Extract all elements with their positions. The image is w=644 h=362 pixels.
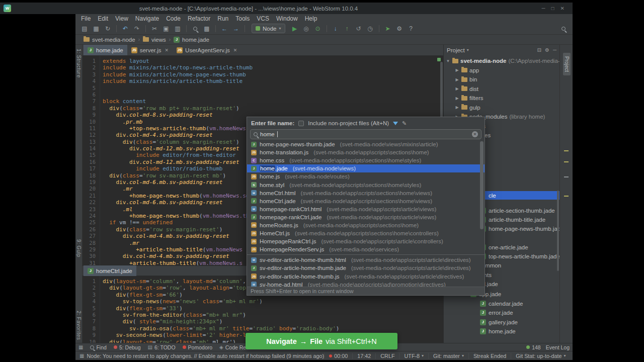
save-all-icon[interactable]: ▦ bbox=[91, 24, 101, 33]
tree-item-calendar-jade[interactable]: Jcalendar.jade bbox=[480, 299, 523, 308]
tree-item-home-jade[interactable]: Jhome.jade bbox=[480, 327, 516, 335]
pencil-icon[interactable]: ✎ bbox=[402, 120, 407, 127]
close-icon[interactable]: ✕ bbox=[165, 48, 169, 53]
file-row[interactable]: Jhome.jade(svet-media-node\views) bbox=[247, 164, 485, 172]
minimize-icon[interactable]: ─ bbox=[541, 6, 545, 11]
tree-item-one-article-jade[interactable]: Jone-article.jade bbox=[480, 243, 528, 251]
pomodoro-toolwindow[interactable]: Pomodoro bbox=[183, 344, 212, 350]
todo-toolwindow[interactable]: ▤6: TODO bbox=[148, 344, 176, 350]
sync-icon[interactable]: ↻ bbox=[103, 24, 113, 33]
file-row[interactable]: JShome-translation.js(svet-media-node\ap… bbox=[247, 148, 485, 156]
tab-useragentserv-js[interactable]: JSUserAgentServ.js✕ bbox=[173, 45, 241, 55]
tree-item-error-jade[interactable]: Jerror.jade bbox=[480, 308, 513, 317]
menu-refactor[interactable]: Refactor bbox=[184, 15, 214, 22]
menu-navigate[interactable]: Navigate bbox=[132, 15, 163, 22]
inspection-status-icon[interactable] bbox=[437, 58, 441, 61]
run-icon[interactable]: ▶ bbox=[290, 24, 300, 33]
file-row[interactable]: Jhome-page-news-thumb.jade(svet-media-no… bbox=[247, 140, 485, 148]
file-name-input[interactable]: home ✕ bbox=[250, 129, 481, 139]
menu-view[interactable]: View bbox=[112, 15, 132, 22]
tree-item-article-thumb-title-jade[interactable]: Jarticle-thumb-title.jade bbox=[480, 215, 545, 224]
tab-homectrl-jade[interactable]: J homeCtrl.jade bbox=[84, 265, 136, 276]
copy-icon[interactable]: ▣ bbox=[161, 24, 171, 33]
menu-run[interactable]: Run bbox=[214, 15, 232, 22]
filter-icon[interactable] bbox=[393, 122, 398, 125]
maximize-icon[interactable]: □ bbox=[551, 6, 554, 11]
search-everywhere-icon[interactable] bbox=[558, 24, 569, 33]
vcs-update-icon[interactable]: ↓ bbox=[331, 24, 341, 33]
file-row[interactable]: Chome.css(svet-media-node\app\scripts\se… bbox=[247, 156, 485, 164]
stripe-project[interactable]: Project bbox=[563, 53, 571, 75]
debug-icon[interactable]: ⊙ bbox=[313, 24, 323, 33]
popup-scrollbar[interactable] bbox=[480, 141, 484, 229]
file-row[interactable]: Jsv-editor-article-home-thumb.jade(svet-… bbox=[247, 264, 485, 272]
checkbox-label[interactable]: Include non-project files (Alt+N) bbox=[308, 120, 389, 126]
status-git-master[interactable]: Git: master▾ bbox=[428, 353, 468, 359]
coverage-icon[interactable]: ◎ bbox=[301, 24, 311, 33]
breadcrumb-home-jade[interactable]: Jhome.jade bbox=[171, 37, 212, 43]
vcs-revert-icon[interactable]: ↺ bbox=[354, 24, 364, 33]
status-git-stat-up-to-date[interactable]: Git Stat: up-to-date▾ bbox=[511, 353, 570, 359]
undo-icon[interactable]: ↶ bbox=[120, 24, 130, 33]
tree-item-home-page-news-thumb-jade[interactable]: Jhome-page-news-thumb.jade bbox=[480, 224, 559, 233]
status-17-42[interactable]: 17:42 bbox=[352, 353, 375, 359]
back-icon[interactable]: ← bbox=[219, 24, 229, 33]
forward-icon[interactable]: → bbox=[231, 24, 241, 33]
replace-icon[interactable]: ▩ bbox=[202, 24, 212, 33]
stripe-gulp[interactable]: 9: Gulp bbox=[76, 239, 82, 257]
menu-window[interactable]: Window bbox=[273, 15, 301, 22]
debug-toolwindow[interactable]: 5: Debug bbox=[114, 344, 141, 350]
tab-home-jade[interactable]: Jhome.jade bbox=[84, 45, 127, 55]
breadcrumb-views[interactable]: views bbox=[140, 37, 169, 43]
menu-edit[interactable]: Edit bbox=[94, 15, 112, 22]
tree-item-top-news-article-thumb-jade[interactable]: Jtop-news-article-thumb.jade bbox=[480, 252, 559, 260]
status-00-00[interactable]: 00:00 bbox=[324, 353, 352, 359]
menu-vcs[interactable]: VCS bbox=[253, 15, 273, 22]
file-row[interactable]: JShome.js(svet-media-node\routes) bbox=[247, 172, 485, 180]
file-row[interactable]: JSHomeCtrl.js(svet-media-node\app\script… bbox=[247, 229, 485, 237]
tree-item-gallery-jade[interactable]: Jgallery.jade bbox=[480, 318, 518, 326]
event-log-toolwindow[interactable]: Event Log bbox=[546, 344, 570, 350]
cut-icon[interactable]: ✂ bbox=[149, 24, 159, 33]
vcs-history-icon[interactable]: ◷ bbox=[365, 24, 375, 33]
tool-window-switcher-icon[interactable]: ▦ bbox=[78, 344, 83, 350]
file-row[interactable]: JhomeCtrl.jade(svet-media-node\app\scrip… bbox=[247, 197, 485, 205]
file-row[interactable]: JSsv-editor-article-home-thumb.js(svet-m… bbox=[247, 273, 485, 281]
menu-code[interactable]: Code bbox=[163, 15, 184, 22]
editor-scrollbar[interactable] bbox=[440, 62, 443, 122]
file-row[interactable]: JSHomepageRankCtrl.js(svet-media-node\ap… bbox=[247, 237, 485, 245]
file-row[interactable]: JSHomepageRenderServ.js(svet-media-node\… bbox=[247, 245, 485, 253]
file-row[interactable]: Hhomepage-rankCtrl.html(svet-media-node\… bbox=[247, 205, 485, 213]
file-row[interactable]: Shome.styl(svet-media-node\app\scripts\s… bbox=[247, 180, 485, 189]
file-row[interactable]: HhomeCtrl.html(svet-media-node\app\scrip… bbox=[247, 189, 485, 197]
tree-item-article-section-thumb-jade[interactable]: Jarticle-section-thumb.jade bbox=[480, 206, 555, 215]
status-streak-ended[interactable]: Streak Ended bbox=[468, 353, 511, 359]
close-icon[interactable]: ✕ bbox=[560, 6, 565, 11]
menu-help[interactable]: Help bbox=[301, 15, 321, 22]
file-row[interactable]: Hsv-editor-article-home-thumb.html(svet-… bbox=[247, 256, 485, 264]
status-crlf[interactable]: CRLF bbox=[375, 353, 399, 359]
settings-icon[interactable]: ⚙ bbox=[394, 24, 405, 33]
find-toolwindow[interactable]: Find bbox=[90, 344, 106, 350]
status-utf-8[interactable]: UTF-8▾ bbox=[399, 353, 428, 359]
open-project-icon[interactable]: ▤ bbox=[79, 24, 90, 33]
breadcrumb-svet-media-node[interactable]: svet-media-node bbox=[80, 37, 138, 43]
status-grid-icon[interactable]: ▦ bbox=[79, 353, 84, 358]
notification-count[interactable]: 148 bbox=[526, 344, 541, 350]
file-row[interactable]: JShomeRoutes.js(svet-media-node\app\scri… bbox=[247, 221, 485, 229]
paste-icon[interactable]: ▥ bbox=[173, 24, 183, 33]
close-icon[interactable]: ✕ bbox=[233, 48, 237, 53]
include-non-project-checkbox[interactable] bbox=[298, 121, 304, 126]
vcs-commit-icon[interactable]: ↑ bbox=[342, 24, 352, 33]
project-scrollbar[interactable] bbox=[557, 191, 559, 271]
stripe-structure[interactable]: 1: Structure bbox=[76, 49, 82, 78]
redo-icon[interactable]: ↷ bbox=[132, 24, 142, 33]
find-icon[interactable] bbox=[190, 24, 200, 33]
file-row[interactable]: Jhomepage-rankCtrl.jade(svet-media-node\… bbox=[247, 213, 485, 221]
menu-file[interactable]: File bbox=[77, 15, 94, 22]
deploy-icon[interactable]: ➤ bbox=[383, 24, 393, 33]
help-icon[interactable]: ? bbox=[406, 24, 416, 33]
menu-tools[interactable]: Tools bbox=[232, 15, 253, 22]
clear-search-icon[interactable]: ✕ bbox=[472, 131, 478, 137]
stripe-favorites[interactable]: 2: Favorites bbox=[76, 311, 82, 340]
